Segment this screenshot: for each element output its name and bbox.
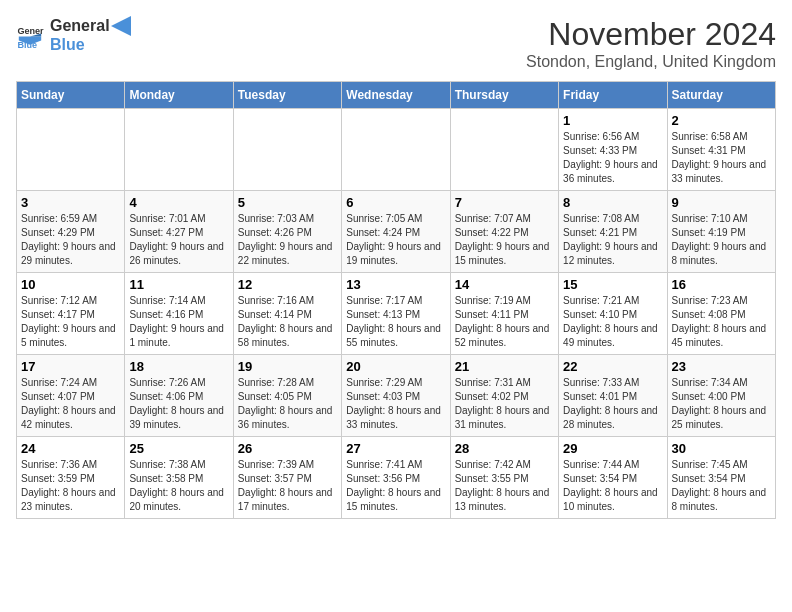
day-number: 27 xyxy=(346,441,445,456)
day-number: 8 xyxy=(563,195,662,210)
day-number: 15 xyxy=(563,277,662,292)
svg-text:Blue: Blue xyxy=(17,40,37,49)
week-row-3: 10Sunrise: 7:12 AM Sunset: 4:17 PM Dayli… xyxy=(17,273,776,355)
weekday-header-sunday: Sunday xyxy=(17,82,125,109)
day-info: Sunrise: 7:21 AM Sunset: 4:10 PM Dayligh… xyxy=(563,294,662,350)
weekday-header-thursday: Thursday xyxy=(450,82,558,109)
day-info: Sunrise: 7:26 AM Sunset: 4:06 PM Dayligh… xyxy=(129,376,228,432)
day-cell-16: 16Sunrise: 7:23 AM Sunset: 4:08 PM Dayli… xyxy=(667,273,775,355)
day-info: Sunrise: 7:24 AM Sunset: 4:07 PM Dayligh… xyxy=(21,376,120,432)
day-cell-17: 17Sunrise: 7:24 AM Sunset: 4:07 PM Dayli… xyxy=(17,355,125,437)
day-info: Sunrise: 7:29 AM Sunset: 4:03 PM Dayligh… xyxy=(346,376,445,432)
day-number: 26 xyxy=(238,441,337,456)
weekday-header-saturday: Saturday xyxy=(667,82,775,109)
day-number: 30 xyxy=(672,441,771,456)
day-cell-28: 28Sunrise: 7:42 AM Sunset: 3:55 PM Dayli… xyxy=(450,437,558,519)
day-info: Sunrise: 7:39 AM Sunset: 3:57 PM Dayligh… xyxy=(238,458,337,514)
day-info: Sunrise: 7:16 AM Sunset: 4:14 PM Dayligh… xyxy=(238,294,337,350)
day-cell-12: 12Sunrise: 7:16 AM Sunset: 4:14 PM Dayli… xyxy=(233,273,341,355)
day-number: 6 xyxy=(346,195,445,210)
day-number: 3 xyxy=(21,195,120,210)
day-info: Sunrise: 7:34 AM Sunset: 4:00 PM Dayligh… xyxy=(672,376,771,432)
month-title: November 2024 xyxy=(526,16,776,53)
day-info: Sunrise: 6:58 AM Sunset: 4:31 PM Dayligh… xyxy=(672,130,771,186)
day-cell-4: 4Sunrise: 7:01 AM Sunset: 4:27 PM Daylig… xyxy=(125,191,233,273)
title-area: November 2024 Stondon, England, United K… xyxy=(526,16,776,71)
day-info: Sunrise: 7:08 AM Sunset: 4:21 PM Dayligh… xyxy=(563,212,662,268)
logo: General Blue General Blue xyxy=(16,16,132,54)
day-cell-empty xyxy=(233,109,341,191)
weekday-header-monday: Monday xyxy=(125,82,233,109)
day-info: Sunrise: 7:33 AM Sunset: 4:01 PM Dayligh… xyxy=(563,376,662,432)
day-info: Sunrise: 7:14 AM Sunset: 4:16 PM Dayligh… xyxy=(129,294,228,350)
day-number: 23 xyxy=(672,359,771,374)
logo-general: General xyxy=(50,17,110,35)
day-number: 5 xyxy=(238,195,337,210)
day-cell-7: 7Sunrise: 7:07 AM Sunset: 4:22 PM Daylig… xyxy=(450,191,558,273)
week-row-5: 24Sunrise: 7:36 AM Sunset: 3:59 PM Dayli… xyxy=(17,437,776,519)
day-cell-1: 1Sunrise: 6:56 AM Sunset: 4:33 PM Daylig… xyxy=(559,109,667,191)
day-cell-empty xyxy=(125,109,233,191)
day-cell-27: 27Sunrise: 7:41 AM Sunset: 3:56 PM Dayli… xyxy=(342,437,450,519)
day-number: 16 xyxy=(672,277,771,292)
day-info: Sunrise: 6:56 AM Sunset: 4:33 PM Dayligh… xyxy=(563,130,662,186)
day-number: 11 xyxy=(129,277,228,292)
calendar: SundayMondayTuesdayWednesdayThursdayFrid… xyxy=(16,81,776,519)
weekday-header-friday: Friday xyxy=(559,82,667,109)
day-cell-20: 20Sunrise: 7:29 AM Sunset: 4:03 PM Dayli… xyxy=(342,355,450,437)
day-number: 24 xyxy=(21,441,120,456)
day-cell-30: 30Sunrise: 7:45 AM Sunset: 3:54 PM Dayli… xyxy=(667,437,775,519)
day-info: Sunrise: 7:10 AM Sunset: 4:19 PM Dayligh… xyxy=(672,212,771,268)
day-number: 21 xyxy=(455,359,554,374)
day-cell-25: 25Sunrise: 7:38 AM Sunset: 3:58 PM Dayli… xyxy=(125,437,233,519)
day-number: 20 xyxy=(346,359,445,374)
day-info: Sunrise: 7:12 AM Sunset: 4:17 PM Dayligh… xyxy=(21,294,120,350)
day-number: 12 xyxy=(238,277,337,292)
day-number: 1 xyxy=(563,113,662,128)
week-row-2: 3Sunrise: 6:59 AM Sunset: 4:29 PM Daylig… xyxy=(17,191,776,273)
day-cell-23: 23Sunrise: 7:34 AM Sunset: 4:00 PM Dayli… xyxy=(667,355,775,437)
day-info: Sunrise: 7:28 AM Sunset: 4:05 PM Dayligh… xyxy=(238,376,337,432)
svg-marker-4 xyxy=(111,16,131,36)
day-number: 17 xyxy=(21,359,120,374)
day-number: 14 xyxy=(455,277,554,292)
day-number: 2 xyxy=(672,113,771,128)
logo-triangle-icon xyxy=(111,16,131,36)
location-title: Stondon, England, United Kingdom xyxy=(526,53,776,71)
logo-blue: Blue xyxy=(50,36,85,53)
day-info: Sunrise: 7:19 AM Sunset: 4:11 PM Dayligh… xyxy=(455,294,554,350)
week-row-4: 17Sunrise: 7:24 AM Sunset: 4:07 PM Dayli… xyxy=(17,355,776,437)
day-cell-11: 11Sunrise: 7:14 AM Sunset: 4:16 PM Dayli… xyxy=(125,273,233,355)
day-info: Sunrise: 7:05 AM Sunset: 4:24 PM Dayligh… xyxy=(346,212,445,268)
day-info: Sunrise: 7:45 AM Sunset: 3:54 PM Dayligh… xyxy=(672,458,771,514)
day-number: 29 xyxy=(563,441,662,456)
weekday-header-wednesday: Wednesday xyxy=(342,82,450,109)
day-number: 10 xyxy=(21,277,120,292)
day-info: Sunrise: 7:38 AM Sunset: 3:58 PM Dayligh… xyxy=(129,458,228,514)
day-cell-14: 14Sunrise: 7:19 AM Sunset: 4:11 PM Dayli… xyxy=(450,273,558,355)
day-info: Sunrise: 7:42 AM Sunset: 3:55 PM Dayligh… xyxy=(455,458,554,514)
weekday-header-row: SundayMondayTuesdayWednesdayThursdayFrid… xyxy=(17,82,776,109)
day-number: 18 xyxy=(129,359,228,374)
day-cell-empty xyxy=(342,109,450,191)
day-number: 9 xyxy=(672,195,771,210)
day-cell-13: 13Sunrise: 7:17 AM Sunset: 4:13 PM Dayli… xyxy=(342,273,450,355)
weekday-header-tuesday: Tuesday xyxy=(233,82,341,109)
header: General Blue General Blue November 2024 … xyxy=(16,16,776,71)
logo-icon: General Blue xyxy=(16,21,44,49)
day-number: 25 xyxy=(129,441,228,456)
day-cell-26: 26Sunrise: 7:39 AM Sunset: 3:57 PM Dayli… xyxy=(233,437,341,519)
day-info: Sunrise: 7:44 AM Sunset: 3:54 PM Dayligh… xyxy=(563,458,662,514)
day-number: 7 xyxy=(455,195,554,210)
day-number: 19 xyxy=(238,359,337,374)
day-cell-6: 6Sunrise: 7:05 AM Sunset: 4:24 PM Daylig… xyxy=(342,191,450,273)
day-info: Sunrise: 7:01 AM Sunset: 4:27 PM Dayligh… xyxy=(129,212,228,268)
day-cell-10: 10Sunrise: 7:12 AM Sunset: 4:17 PM Dayli… xyxy=(17,273,125,355)
day-cell-empty xyxy=(450,109,558,191)
day-cell-22: 22Sunrise: 7:33 AM Sunset: 4:01 PM Dayli… xyxy=(559,355,667,437)
day-info: Sunrise: 7:07 AM Sunset: 4:22 PM Dayligh… xyxy=(455,212,554,268)
day-number: 13 xyxy=(346,277,445,292)
day-info: Sunrise: 7:36 AM Sunset: 3:59 PM Dayligh… xyxy=(21,458,120,514)
day-cell-24: 24Sunrise: 7:36 AM Sunset: 3:59 PM Dayli… xyxy=(17,437,125,519)
day-cell-8: 8Sunrise: 7:08 AM Sunset: 4:21 PM Daylig… xyxy=(559,191,667,273)
